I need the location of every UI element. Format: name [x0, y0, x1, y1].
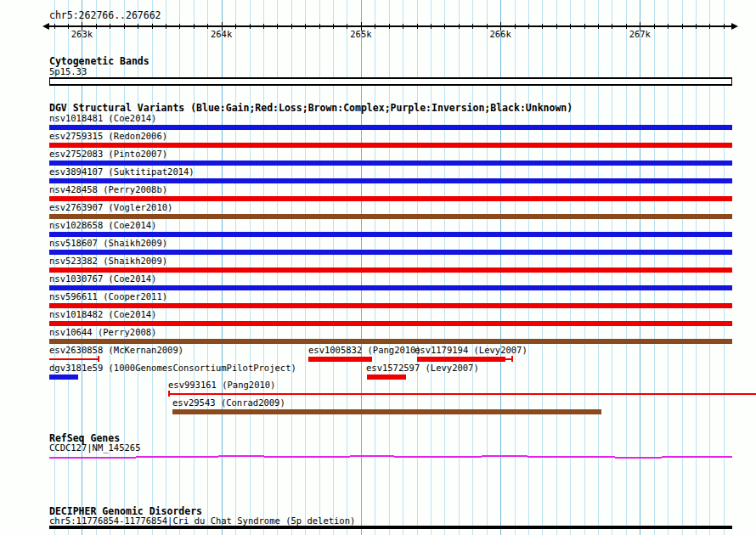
dgv-variant-bar[interactable]: [172, 409, 601, 414]
dgv-variant-bar[interactable]: [49, 160, 732, 166]
dgv-variant-label[interactable]: esv3894107 (Suktitipat2014): [49, 167, 195, 177]
ruler-tick: [277, 24, 278, 29]
dgv-variant-label[interactable]: esv2759315 (Redon2006): [49, 132, 167, 141]
refseq-gene-line-segment[interactable]: [218, 455, 264, 457]
dgv-variant-bar[interactable]: [367, 374, 406, 380]
refseq-gene-line-segment[interactable]: [482, 455, 528, 457]
ruler-tick: [152, 24, 153, 29]
ruler-tick: [235, 24, 236, 29]
ruler-tick: [556, 24, 557, 29]
decipher-entry-label[interactable]: chr5:11776854-11776854|Cri du Chat Syndr…: [49, 516, 355, 526]
dgv-variant-label[interactable]: esv1179194 (Levy2007): [415, 346, 528, 355]
ruler-tick: [96, 24, 97, 29]
dgv-variant-label[interactable]: esv29543 (Conrad2009): [172, 398, 285, 408]
ruler-left-arrow-icon: [42, 23, 49, 30]
dgv-variant-label[interactable]: dgv3181e59 (1000GenomesConsortiumPilotPr…: [49, 363, 296, 373]
ruler-tick: [319, 24, 320, 29]
dgv-variant-bar[interactable]: [49, 339, 732, 344]
refseq-gene-line-segment[interactable]: [49, 457, 136, 459]
ruler-tick: [444, 24, 445, 29]
dgv-variant-bar[interactable]: [49, 250, 732, 255]
section-title-dgv: DGV Structural Variants (Blue:Gain;Red:L…: [49, 103, 573, 113]
dgv-variant-line-tick: [511, 356, 513, 362]
dgv-variant-label[interactable]: nsv428458 (Perry2008b): [49, 185, 167, 194]
dgv-variant-label[interactable]: nsv1018482 (Coe2014): [49, 310, 156, 319]
ruler-tick: [403, 24, 403, 29]
ruler-tick: [472, 24, 473, 29]
ruler-tick: [487, 24, 488, 29]
dgv-variant-label[interactable]: esv1005832 (Pang2010): [308, 346, 421, 355]
decipher-disorder-bar[interactable]: [49, 526, 732, 529]
dgv-variant-bar[interactable]: [49, 196, 732, 201]
dgv-variant-line-tick: [98, 356, 99, 362]
ruler-tick: [696, 24, 697, 29]
refseq-gene-label[interactable]: CCDC127|NM_145265: [49, 443, 140, 453]
dgv-variant-bar[interactable]: [49, 268, 732, 273]
cytoband-box[interactable]: [49, 77, 732, 86]
dgv-variant-label[interactable]: nsv10644 (Perry2008): [49, 328, 156, 337]
dgv-variant-bar[interactable]: [49, 178, 732, 183]
ruler-tick: [389, 24, 390, 29]
refseq-gene-line-segment[interactable]: [394, 456, 482, 458]
ruler-tick: [612, 24, 612, 29]
refseq-gene-line-segment[interactable]: [528, 456, 615, 458]
ruler-tick: [626, 24, 627, 29]
dgv-variant-bar[interactable]: [49, 303, 732, 308]
ruler-tick: [166, 24, 166, 29]
ruler-tick: [542, 24, 543, 29]
dgv-variant-label[interactable]: nsv518607 (Shaikh2009): [49, 239, 167, 248]
ruler-tick: [598, 24, 599, 29]
dgv-variant-bar[interactable]: [49, 125, 732, 130]
dgv-variant-bar[interactable]: [49, 214, 732, 219]
dgv-variant-line-tick: [168, 391, 170, 397]
ruler-tick: [654, 24, 655, 29]
ruler-tick: [333, 24, 334, 29]
ruler-tick: [54, 24, 55, 29]
genome-browser-view: chr5:262766..267662 263k264k265k266k267k…: [0, 0, 756, 535]
dgv-variant-label[interactable]: esv2630858 (McKernan2009): [49, 346, 183, 355]
refseq-gene-line-segment[interactable]: [615, 457, 662, 459]
dgv-variant-bar[interactable]: [417, 357, 505, 362]
refseq-gene-line-segment[interactable]: [350, 455, 394, 457]
ruler-tick-label: 266k: [482, 30, 519, 39]
dgv-variant-bar[interactable]: [49, 285, 732, 290]
dgv-variant-label[interactable]: esv993161 (Pang2010): [168, 380, 275, 390]
ruler-tick: [668, 24, 669, 29]
ruler-tick: [570, 24, 571, 29]
refseq-gene-line-segment[interactable]: [136, 456, 218, 458]
section-title-cytogenetic-bands: Cytogenetic Bands: [49, 56, 150, 66]
ruler-tick: [584, 24, 585, 29]
cytoband-label[interactable]: 5p15.33: [49, 67, 87, 76]
dgv-variant-bar[interactable]: [49, 321, 732, 326]
refseq-gene-line-segment[interactable]: [264, 456, 350, 458]
ruler-tick: [207, 24, 208, 29]
ruler-tick: [124, 24, 125, 29]
dgv-variant-label[interactable]: nsv1030767 (Coe2014): [49, 274, 156, 284]
dgv-variant-bar[interactable]: [49, 374, 78, 380]
ruler-tick: [459, 24, 460, 29]
dgv-variant-label[interactable]: nsv1018481 (Coe2014): [49, 114, 156, 123]
dgv-variant-label[interactable]: nsv596611 (Cooper2011): [49, 292, 167, 301]
ruler-tick: [68, 24, 69, 29]
ruler-tick: [250, 24, 251, 29]
dgv-variant-line[interactable]: [49, 358, 99, 360]
dgv-variant-label[interactable]: nsv1028658 (Coe2014): [49, 221, 156, 230]
dgv-variant-line[interactable]: [168, 393, 756, 395]
ruler-tick: [305, 24, 306, 29]
dgv-variant-label[interactable]: nsv523382 (Shaikh2009): [49, 256, 167, 266]
ruler-tick: [682, 24, 683, 29]
ruler-tick: [110, 24, 110, 29]
dgv-variant-label[interactable]: esv2752083 (Pinto2007): [49, 149, 167, 159]
refseq-gene-line-segment[interactable]: [662, 456, 732, 458]
ruler-tick-label: 267k: [621, 30, 658, 39]
ruler-tick: [291, 24, 292, 29]
dgv-variant-bar[interactable]: [49, 232, 732, 237]
ruler-tick: [347, 24, 347, 29]
ruler-tick: [709, 24, 710, 29]
dgv-variant-bar[interactable]: [308, 357, 372, 362]
dgv-variant-label[interactable]: esv2763907 (Vogler2010): [49, 203, 172, 212]
dgv-variant-bar[interactable]: [49, 143, 732, 148]
ruler-tick: [263, 24, 264, 29]
ruler-tick-label: 264k: [203, 30, 240, 39]
dgv-variant-label[interactable]: esv1572597 (Levy2007): [366, 363, 479, 373]
